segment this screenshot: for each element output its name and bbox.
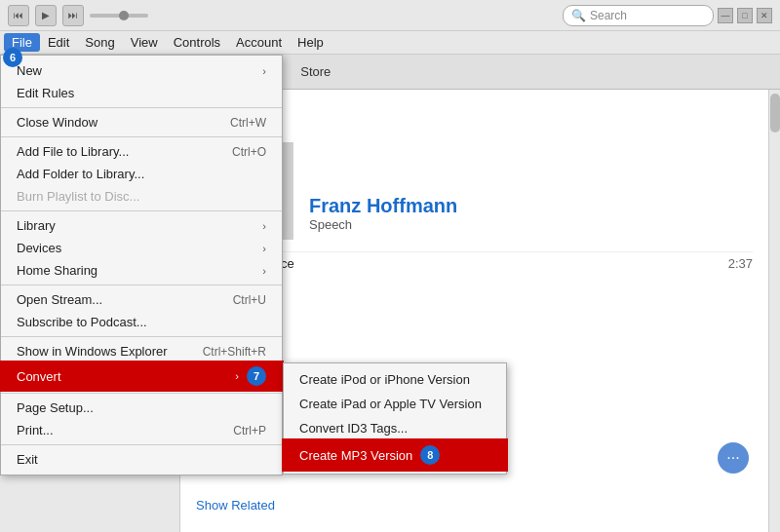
menu-item-account[interactable]: Account: [228, 33, 290, 52]
separator-3: [1, 210, 282, 211]
edit-rules-label: Edit Rules: [17, 86, 74, 100]
title-bar: ⏮ ▶ ⏭ 🔍 Search — □ ✕: [0, 0, 780, 31]
file-menu-subscribe[interactable]: Subscribe to Podcast...: [1, 311, 282, 333]
play-button[interactable]: ▶: [35, 5, 57, 26]
print-shortcut: Ctrl+P: [233, 424, 266, 437]
search-icon: 🔍: [571, 9, 586, 22]
file-menu: 6 New › Edit Rules Close Window Ctrl+W A…: [0, 55, 283, 475]
new-arrow-icon: ›: [262, 65, 266, 77]
devices-label: Devices: [17, 241, 61, 255]
file-menu-library[interactable]: Library ›: [1, 214, 282, 237]
window-controls: 🔍 Search — □ ✕: [563, 5, 772, 26]
track-name: 00 - Preface: [225, 256, 728, 271]
library-arrow-icon: ›: [262, 220, 266, 232]
show-explorer-shortcut: Ctrl+Shift+R: [203, 345, 266, 359]
maximize-button[interactable]: □: [737, 8, 753, 23]
search-placeholder: Search: [590, 9, 627, 22]
add-file-shortcut: Ctrl+O: [232, 145, 266, 159]
rewind-button[interactable]: ⏮: [8, 5, 29, 26]
tab-store[interactable]: Store: [287, 60, 344, 83]
show-explorer-label: Show in Windows Explorer: [17, 344, 168, 359]
show-related-link[interactable]: Show Related: [196, 498, 275, 513]
submenu-convert-id3[interactable]: Convert ID3 Tags...: [284, 416, 506, 440]
submenu-create-ipad[interactable]: Create iPad or Apple TV Version: [284, 392, 506, 416]
album-info: Franz Hoffmann Speech: [309, 142, 457, 240]
submenu-create-ipod[interactable]: Create iPod or iPhone Version: [284, 367, 506, 392]
file-menu-close-window[interactable]: Close Window Ctrl+W: [1, 111, 282, 133]
submenu-create-mp3[interactable]: Create MP3 Version 8: [284, 440, 506, 470]
track-time: 2:37: [728, 256, 753, 271]
file-menu-add-file[interactable]: Add File to Library... Ctrl+O: [1, 140, 282, 163]
open-stream-shortcut: Ctrl+U: [233, 293, 266, 307]
more-button[interactable]: ···: [718, 442, 749, 474]
home-sharing-arrow-icon: ›: [262, 265, 266, 277]
close-button[interactable]: ✕: [757, 8, 772, 23]
search-box[interactable]: 🔍 Search: [563, 5, 714, 26]
menu-item-edit[interactable]: Edit: [40, 33, 77, 52]
home-sharing-label: Home Sharing: [17, 263, 98, 278]
scrollbar-thumb[interactable]: [770, 94, 780, 133]
file-menu-add-folder[interactable]: Add Folder to Library...: [1, 163, 282, 185]
minimize-button[interactable]: —: [718, 8, 733, 23]
volume-slider[interactable]: [90, 14, 148, 18]
separator-5: [1, 336, 282, 337]
file-menu-dropdown: 6 New › Edit Rules Close Window Ctrl+W A…: [0, 55, 283, 475]
menu-item-help[interactable]: Help: [290, 33, 332, 52]
menu-item-song[interactable]: Song: [77, 33, 122, 52]
file-menu-devices[interactable]: Devices ›: [1, 237, 282, 259]
file-menu-new-label: New: [17, 63, 42, 78]
file-menu-exit[interactable]: Exit: [1, 448, 282, 471]
fastforward-button[interactable]: ⏭: [62, 5, 84, 26]
close-window-label: Close Window: [17, 115, 98, 130]
menu-item-view[interactable]: View: [123, 33, 166, 52]
create-mp3-label: Create MP3 Version: [299, 448, 412, 463]
convert-arrow-icon: ›: [235, 370, 239, 382]
menu-item-controls[interactable]: Controls: [166, 33, 228, 52]
file-menu-new[interactable]: New ›: [1, 59, 282, 82]
file-menu-home-sharing[interactable]: Home Sharing ›: [1, 259, 282, 282]
badge-7: 7: [247, 366, 266, 386]
file-menu-convert[interactable]: Convert › 7: [1, 362, 282, 390]
devices-arrow-icon: ›: [262, 243, 266, 254]
separator-6: [1, 393, 282, 394]
file-menu-print[interactable]: Print... Ctrl+P: [1, 419, 282, 441]
create-ipad-label: Create iPad or Apple TV Version: [299, 397, 482, 411]
print-label: Print...: [17, 423, 54, 437]
file-menu-show-explorer[interactable]: Show in Windows Explorer Ctrl+Shift+R: [1, 340, 282, 362]
badge-6: 6: [3, 48, 22, 67]
scrollbar-track[interactable]: [768, 90, 780, 532]
file-menu-burn-playlist: Burn Playlist to Disc...: [1, 185, 282, 208]
separator-4: [1, 285, 282, 285]
title-bar-controls: ⏮ ▶ ⏭: [8, 5, 148, 26]
burn-playlist-label: Burn Playlist to Disc...: [17, 189, 139, 204]
convert-label: Convert: [17, 369, 61, 384]
separator-1: [1, 107, 282, 108]
badge-8: 8: [420, 445, 440, 465]
library-label: Library: [17, 218, 56, 233]
menu-bar: File Edit Song View Controls Account Hel…: [0, 31, 780, 55]
create-ipod-label: Create iPod or iPhone Version: [299, 372, 470, 387]
separator-7: [1, 444, 282, 445]
genre-label: Speech: [309, 217, 457, 232]
separator-2: [1, 136, 282, 137]
subscribe-label: Subscribe to Podcast...: [17, 315, 147, 329]
open-stream-label: Open Stream...: [17, 292, 102, 307]
add-folder-label: Add Folder to Library...: [17, 167, 144, 181]
convert-submenu: Create iPod or iPhone Version Create iPa…: [283, 362, 507, 475]
add-file-label: Add File to Library...: [17, 144, 129, 159]
file-menu-open-stream[interactable]: Open Stream... Ctrl+U: [1, 288, 282, 311]
page-setup-label: Page Setup...: [17, 400, 94, 415]
close-window-shortcut: Ctrl+W: [230, 116, 266, 130]
convert-id3-label: Convert ID3 Tags...: [299, 421, 408, 436]
file-menu-edit-rules[interactable]: Edit Rules: [1, 82, 282, 104]
file-menu-page-setup[interactable]: Page Setup...: [1, 397, 282, 419]
artist-name: Franz Hoffmann: [309, 195, 457, 217]
exit-label: Exit: [17, 452, 38, 467]
